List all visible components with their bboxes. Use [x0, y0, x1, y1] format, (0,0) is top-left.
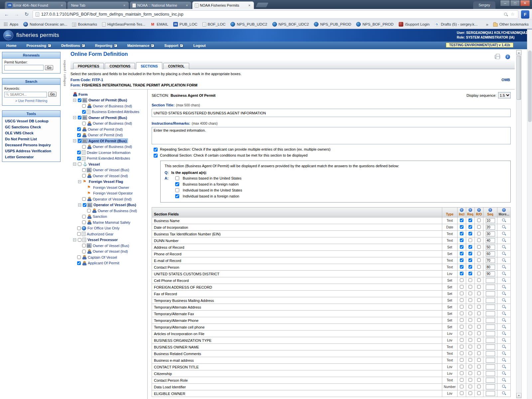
field-req-checkbox[interactable]: [468, 351, 472, 355]
field-req-checkbox[interactable]: [468, 325, 472, 329]
bookmark-item[interactable]: MEMAIL: [150, 22, 168, 27]
scroll-up-icon[interactable]: [516, 50, 521, 55]
field-ro-checkbox[interactable]: [477, 245, 481, 249]
field-seq-input[interactable]: [486, 218, 495, 223]
field-ro-checkbox[interactable]: [477, 232, 481, 235]
tree-expander-icon[interactable]: [73, 99, 76, 102]
tree-item-label[interactable]: Operator of Vessel (Ind): [93, 197, 132, 201]
nav-maintenance[interactable]: Maintenance: [122, 42, 160, 49]
field-seq-input[interactable]: [486, 271, 495, 276]
field-ro-checkbox[interactable]: [477, 285, 481, 289]
field-ro-checkbox[interactable]: [477, 385, 481, 388]
tree-item-label[interactable]: Owner of Permit (Bus): [88, 98, 127, 102]
field-incl-checkbox[interactable]: [460, 312, 464, 315]
tree-item-label[interactable]: Vessel Processor: [87, 238, 118, 242]
field-req-checkbox[interactable]: [468, 232, 472, 235]
frame-scrollbar-thumb[interactable]: [517, 56, 521, 100]
magnifier-icon[interactable]: [502, 231, 506, 236]
tree-item-body[interactable]: Owner of Vessel (Bus): [82, 243, 130, 248]
magnifier-icon[interactable]: [502, 338, 506, 342]
tree-item[interactable]: Business Extended Attributes: [71, 109, 147, 115]
tab-close-icon[interactable]: [185, 3, 189, 7]
tree-item[interactable]: Owner of Vessel (Ind): [71, 249, 147, 255]
tree-item[interactable]: Captain Of Vessel: [71, 254, 147, 260]
tree-item-checkbox[interactable]: [82, 244, 86, 247]
tree-item-body[interactable]: Foreign Vessel Operator: [87, 191, 134, 196]
bookmark-item[interactable]: iSupport Login: [399, 22, 430, 27]
tree-item-checkbox[interactable]: [77, 133, 81, 137]
field-ro-checkbox[interactable]: [477, 351, 481, 355]
tool-link[interactable]: Deceased Persons Inquiry: [2, 142, 60, 148]
magnifier-icon[interactable]: [502, 364, 506, 369]
tree-item-checkbox[interactable]: [82, 215, 86, 218]
tree-item-label[interactable]: Owner of Vessel (Bus): [93, 168, 129, 172]
search-input[interactable]: [4, 92, 47, 97]
tree-item-checkbox[interactable]: [82, 220, 86, 224]
field-req-checkbox[interactable]: [468, 312, 472, 315]
tool-link[interactable]: Do Not Permit List: [2, 136, 60, 142]
tree-item-checkbox[interactable]: [77, 226, 81, 230]
search-go-button[interactable]: Go: [48, 92, 57, 97]
field-incl-checkbox[interactable]: [460, 325, 464, 329]
tree-item-label[interactable]: Owner of Vessel (Ind): [93, 174, 128, 178]
tree-expander-icon[interactable]: [73, 116, 76, 119]
field-incl-checkbox[interactable]: [460, 292, 464, 295]
field-incl-checkbox[interactable]: [460, 332, 464, 335]
field-incl-checkbox[interactable]: [460, 238, 464, 242]
zoom-icon[interactable]: [504, 12, 508, 17]
display-sequence-select[interactable]: 1.5: [498, 92, 511, 98]
magnifier-icon[interactable]: [502, 278, 506, 282]
tree-item-body[interactable]: Dealer License Information: [77, 150, 132, 155]
tree-item-checkbox[interactable]: [77, 232, 81, 236]
extension-icon[interactable]: F: [521, 10, 529, 19]
bookmarks-overflow-icon[interactable]: »: [485, 22, 489, 27]
new-tab-button[interactable]: [256, 3, 269, 7]
magnifier-icon[interactable]: [502, 311, 506, 316]
other-bookmarks[interactable]: Other bookmarks: [493, 22, 529, 27]
answer-checkbox[interactable]: [175, 194, 179, 198]
tree-item-body[interactable]: Foreign Vessel Owner: [87, 185, 130, 190]
tree-item-label[interactable]: Owner of Business (Ind): [98, 209, 137, 213]
tree-item[interactable]: Owner of Vessel (Bus): [71, 243, 147, 249]
tree-item[interactable]: Applicant Of Permit: [71, 260, 147, 266]
field-incl-checkbox[interactable]: [460, 305, 464, 309]
field-incl-checkbox[interactable]: [460, 285, 464, 289]
field-req-checkbox[interactable]: [468, 245, 472, 249]
tree-item[interactable]: Marine Mammal Safety: [71, 219, 147, 225]
field-seq-input[interactable]: [486, 358, 495, 363]
window-scrollbar-thumb[interactable]: [528, 51, 532, 122]
back-icon[interactable]: [3, 10, 11, 18]
tree-item[interactable]: Agent Of Permit (Bus): [71, 138, 147, 144]
expand-collapse-strip[interactable]: expand / collapse: [62, 51, 66, 95]
tree-item-body[interactable]: Vessel Processor: [77, 237, 119, 242]
tree-expander-icon[interactable]: [73, 238, 76, 241]
field-ro-checkbox[interactable]: [477, 278, 481, 282]
field-seq-input[interactable]: [486, 378, 495, 383]
browser-tab[interactable]: 26Error 404--Not Found: [5, 1, 66, 9]
bookmark-item[interactable]: 26PUB_LOC: [173, 22, 198, 27]
tree-item[interactable]: Owner of Permit (Bus): [71, 97, 147, 103]
bookmark-star-icon[interactable]: [511, 12, 515, 17]
tree-item[interactable]: Permit Extended Attributes: [71, 156, 147, 162]
field-incl-checkbox[interactable]: [460, 225, 464, 229]
tree-item[interactable]: Owner of Vessel (Ind): [71, 173, 147, 179]
field-req-checkbox[interactable]: [468, 265, 472, 269]
field-incl-checkbox[interactable]: [460, 351, 464, 355]
tree-item-label[interactable]: Authorized Gear: [87, 232, 113, 236]
tree-root[interactable]: Form: [71, 91, 147, 97]
tree-item-checkbox[interactable]: [82, 145, 86, 149]
field-ro-checkbox[interactable]: [477, 325, 481, 329]
field-ro-checkbox[interactable]: [477, 332, 481, 335]
tree-item-label[interactable]: Operator of Vessel (Bus): [93, 203, 136, 207]
magnifier-icon[interactable]: [502, 305, 506, 309]
field-req-checkbox[interactable]: [468, 278, 472, 282]
field-req-checkbox[interactable]: [468, 298, 472, 302]
field-incl-checkbox[interactable]: [460, 265, 464, 269]
tree-item-label[interactable]: Marine Mammal Safety: [93, 220, 130, 224]
frame-scrollbar[interactable]: [516, 50, 522, 398]
tool-link[interactable]: OLE VMS Check: [2, 130, 60, 136]
tree-item-checkbox[interactable]: [77, 157, 81, 160]
tree-item-label[interactable]: Owner of Business (Ind): [93, 145, 132, 149]
tree-item-body[interactable]: Applicant Of Permit: [77, 261, 121, 266]
magnifier-icon[interactable]: [502, 218, 506, 222]
